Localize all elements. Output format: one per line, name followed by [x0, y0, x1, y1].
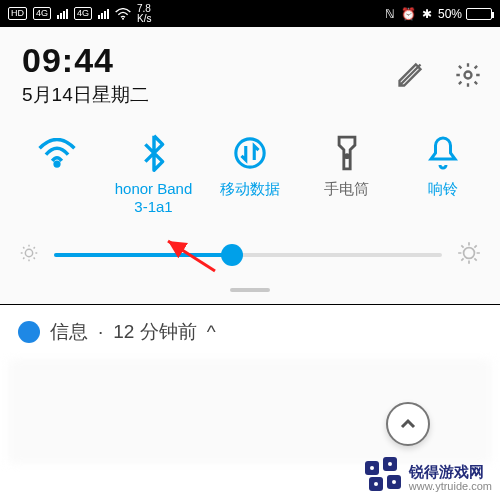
screen: HD 4G 4G 7.8 K/s ℕ ⏰ ✱ 50% 09:44 5	[0, 0, 500, 501]
wifi-icon	[38, 134, 76, 172]
tile-wifi[interactable]	[14, 134, 100, 216]
bell-icon	[424, 134, 462, 172]
slider-thumb[interactable]	[221, 244, 243, 266]
nfc-icon: ℕ	[385, 7, 395, 21]
watermark-url: www.ytruide.com	[409, 479, 492, 493]
tile-label: 手电筒	[324, 180, 369, 216]
watermark-logo-icon	[363, 453, 403, 493]
signal-icon	[57, 9, 68, 19]
bluetooth-status-icon: ✱	[422, 7, 432, 21]
brightness-high-icon	[456, 240, 482, 270]
chevron-up-icon: ^	[207, 321, 216, 343]
svg-point-12	[388, 462, 392, 466]
signal-icon-2	[98, 9, 109, 19]
svg-point-1	[465, 71, 472, 78]
svg-point-14	[392, 480, 396, 484]
badge-hd: HD	[8, 7, 27, 20]
badge-4g-1: 4G	[33, 7, 51, 20]
quick-settings-panel: 09:44 5月14日星期二 honor Band 3-1a1	[0, 27, 500, 305]
drag-handle[interactable]	[230, 288, 270, 292]
battery-percent: 50%	[438, 7, 462, 21]
pencil-icon[interactable]	[396, 61, 424, 89]
quick-tiles-row: honor Band 3-1a1 移动数据 手电筒 响铃	[0, 114, 500, 226]
battery-icon	[466, 8, 492, 20]
notification-app-name: 信息	[50, 319, 88, 345]
tile-flashlight[interactable]: 手电筒	[304, 134, 390, 216]
brightness-slider[interactable]	[54, 253, 442, 257]
messages-app-icon	[18, 321, 40, 343]
panel-header: 09:44 5月14日星期二	[0, 27, 500, 114]
tile-label: honor Band 3-1a1	[111, 180, 197, 216]
clock: 09:44	[22, 41, 396, 80]
svg-point-5	[25, 249, 32, 256]
tile-mobile-data[interactable]: 移动数据	[207, 134, 293, 216]
net-speed: 7.8 K/s	[137, 4, 151, 24]
tile-label: 移动数据	[220, 180, 280, 216]
mobile-data-icon	[231, 134, 269, 172]
svg-point-0	[122, 17, 124, 19]
watermark: 锐得游戏网 www.ytruide.com	[363, 453, 492, 493]
caret-up-button[interactable]	[386, 402, 430, 446]
watermark-brand: 锐得游戏网	[409, 465, 492, 479]
svg-point-2	[54, 161, 60, 167]
svg-point-3	[236, 139, 264, 167]
svg-point-6	[464, 248, 475, 259]
notification-area: 信息 · 12 分钟前 ^	[0, 305, 500, 464]
svg-point-13	[374, 482, 378, 486]
tile-bluetooth[interactable]: honor Band 3-1a1	[111, 134, 197, 216]
wifi-icon	[115, 8, 131, 20]
tile-label: 响铃	[428, 180, 458, 216]
status-bar-left: HD 4G 4G 7.8 K/s	[8, 4, 151, 24]
svg-point-4	[344, 154, 348, 158]
notification-header[interactable]: 信息 · 12 分钟前 ^	[0, 305, 500, 359]
separator: ·	[98, 321, 103, 343]
notification-time: 12 分钟前	[113, 319, 196, 345]
svg-point-11	[370, 466, 374, 470]
badge-4g-2: 4G	[74, 7, 92, 20]
status-bar: HD 4G 4G 7.8 K/s ℕ ⏰ ✱ 50%	[0, 0, 500, 27]
bluetooth-icon	[135, 134, 173, 172]
brightness-low-icon	[18, 242, 40, 268]
status-bar-right: ℕ ⏰ ✱ 50%	[385, 7, 492, 21]
battery-status: 50%	[438, 7, 492, 21]
flashlight-icon	[328, 134, 366, 172]
date: 5月14日星期二	[22, 82, 396, 108]
alarm-icon: ⏰	[401, 7, 416, 21]
brightness-row	[0, 226, 500, 278]
gear-icon[interactable]	[454, 61, 482, 89]
tile-ring[interactable]: 响铃	[400, 134, 486, 216]
